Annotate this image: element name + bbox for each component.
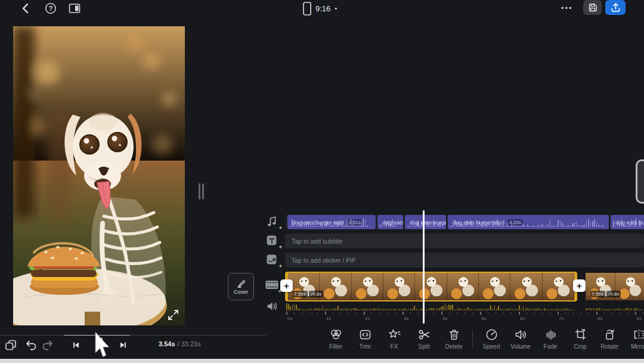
svg-text:?: ? (49, 5, 53, 12)
ruler-label: 6s (520, 316, 525, 321)
fullscreen-expand-icon[interactable] (168, 309, 179, 321)
upload-icon (611, 2, 621, 13)
preview-frame-art (13, 26, 185, 325)
undo-button[interactable] (23, 337, 38, 353)
skip-to-start-button[interactable] (69, 337, 84, 353)
ruler-label: 8s (597, 316, 602, 321)
audio-clip[interactable]: dog eats burge (611, 215, 644, 229)
sticker-track-row[interactable]: Tap to add sticker / PiP (285, 253, 644, 267)
redo-button[interactable] (41, 337, 56, 353)
tool-delete[interactable]: Delete (439, 328, 469, 354)
ruler-label: 7s (559, 316, 564, 321)
audio-clip[interactable]: dog eats burger.mp34.23s (448, 215, 609, 229)
video-thumbnail (543, 273, 574, 300)
save-button[interactable] (583, 0, 602, 15)
crop-icon (574, 328, 587, 342)
add-audio-track-icon[interactable]: + (265, 215, 281, 230)
timeline-ruler[interactable]: 0s1s2s3s4s5s6s7s8s9s (285, 311, 644, 322)
split-scissors-icon (417, 328, 431, 342)
back-button[interactable] (18, 1, 33, 16)
ruler-label: 1s (326, 316, 331, 321)
audio-clip[interactable]: dog eats (377, 215, 403, 229)
clip-duration-badge: 4.23s (507, 219, 523, 226)
add-sticker-track-icon[interactable]: + (265, 253, 281, 269)
tool-split[interactable]: Split (409, 328, 439, 354)
portrait-phone-icon (303, 2, 311, 16)
ruler-label: 0s (287, 316, 292, 321)
tool-volume[interactable]: Volume (506, 328, 535, 354)
current-time: 3.54s (159, 340, 175, 347)
clip-speed-badge: 7.55s↓0.8x (590, 291, 621, 297)
panel-resize-handle[interactable] (199, 183, 205, 199)
trim-icon (358, 328, 372, 342)
add-video-track-icon[interactable]: + (265, 278, 280, 294)
video-clip[interactable]: 7.55s↓0.8x (586, 273, 644, 300)
audio-clip[interactable]: dog eats burger.mp32.31s (287, 215, 376, 229)
more-menu-button[interactable]: ••• (561, 0, 573, 16)
edit-pen-icon (237, 279, 246, 288)
plus-icon: + (279, 225, 282, 231)
plus-icon: + (279, 263, 282, 269)
video-thumbnail (320, 273, 351, 300)
playhead[interactable] (423, 210, 425, 324)
aspect-ratio-label: 9:16 (315, 4, 330, 13)
aspect-ratio-button[interactable]: 9:16 ▾ (303, 1, 337, 16)
tool-rotate[interactable]: Rotate (595, 328, 624, 354)
mirror-icon (632, 328, 644, 342)
tool-crop[interactable]: Crop (565, 328, 595, 354)
subtitle-track-row[interactable]: Tap to add subtitle (285, 233, 644, 248)
skip-to-end-button[interactable] (115, 337, 131, 353)
time-display: 3.54s/ 33.23s (159, 340, 201, 347)
tool-filter[interactable]: Filter (321, 328, 351, 354)
tool-mirror[interactable]: Mirror (624, 328, 644, 354)
help-icon[interactable]: ? (44, 1, 58, 16)
clip-speed-badge: 7.55s↓0.8x (292, 291, 323, 297)
track-volume-icon[interactable] (265, 300, 281, 315)
sticker-placeholder: Tap to add sticker / PiP (292, 257, 355, 264)
transport-divider (0, 335, 267, 336)
add-clip-before-button[interactable]: + (280, 279, 293, 292)
overlay-duplicate-button[interactable] (3, 337, 18, 353)
tool-speed[interactable]: Speed (476, 328, 506, 354)
ruler-label: 9s (636, 316, 641, 321)
mouse-cursor (94, 332, 111, 358)
delete-trash-icon (447, 328, 461, 342)
video-audio-waveform (286, 302, 576, 310)
tool-fx[interactable]: FX (379, 328, 409, 354)
add-clip-after-button[interactable]: + (573, 279, 586, 292)
tool-trim[interactable]: Trim (350, 328, 380, 354)
subtitle-placeholder: Tap to add subtitle (292, 238, 342, 245)
add-text-track-icon[interactable]: + (265, 234, 281, 250)
fx-star-icon (388, 328, 401, 342)
video-clip-selected[interactable]: 7.55s↓0.8x (285, 272, 577, 302)
timeline-scroll-handle[interactable] (636, 159, 644, 204)
ruler-label: 2s (365, 316, 370, 321)
fade-bars-icon (544, 328, 558, 342)
video-preview[interactable] (13, 26, 185, 325)
chevron-down-icon: ▾ (335, 6, 337, 11)
tool-fade[interactable]: Fade (535, 328, 565, 354)
filter-icon (329, 328, 343, 342)
ruler-label: 5s (481, 316, 486, 321)
video-thumbnail (415, 273, 447, 300)
speed-gauge-icon (485, 328, 499, 342)
video-thumbnail (479, 273, 510, 300)
cover-label: Cover (234, 289, 248, 295)
video-thumbnail (510, 273, 542, 300)
video-thumbnail (447, 273, 479, 300)
rotate-icon (603, 328, 617, 342)
audio-clip[interactable]: dog eats burger.r (405, 215, 446, 229)
total-time: / 33.23s (178, 340, 201, 347)
bottom-edge-strip (0, 359, 644, 363)
clip-duration-badge: 2.31s (347, 219, 363, 226)
cover-button[interactable]: Cover (228, 273, 254, 300)
plus-icon: + (279, 244, 282, 250)
ruler-label: 3s (404, 316, 408, 321)
layout-panel-icon[interactable] (67, 1, 82, 16)
save-floppy-icon (588, 3, 597, 13)
video-thumbnail (352, 273, 383, 300)
toolbar-divider (472, 330, 473, 349)
video-thumbnail (383, 273, 415, 300)
export-button[interactable] (605, 0, 626, 15)
ruler-label: 4s (442, 316, 447, 321)
